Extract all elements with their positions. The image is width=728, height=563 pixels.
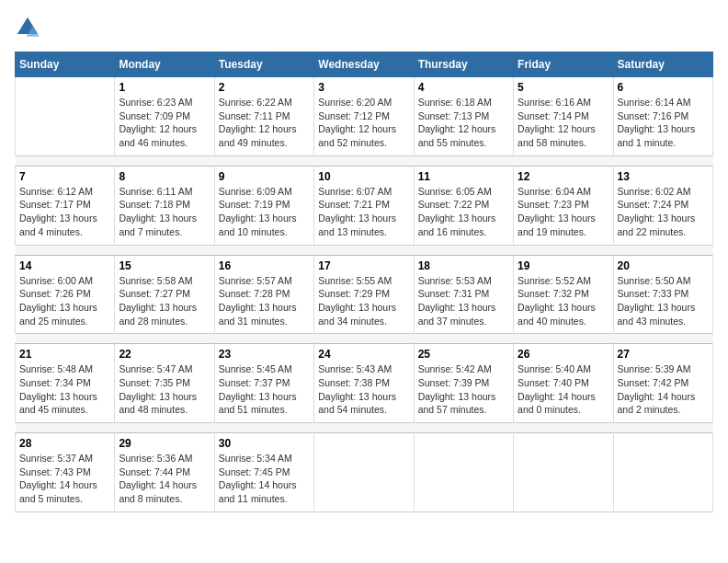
day-info: Sunrise: 5:55 AM Sunset: 7:29 PM Dayligh… xyxy=(318,274,409,328)
page-header xyxy=(15,15,713,40)
header-cell-thursday: Thursday xyxy=(414,52,513,77)
calendar-cell: 6Sunrise: 6:14 AM Sunset: 7:16 PM Daylig… xyxy=(613,77,712,156)
calendar-cell: 26Sunrise: 5:40 AM Sunset: 7:40 PM Dayli… xyxy=(514,344,613,423)
day-number: 21 xyxy=(19,348,110,361)
day-info: Sunrise: 5:53 AM Sunset: 7:31 PM Dayligh… xyxy=(418,274,509,328)
day-info: Sunrise: 5:40 AM Sunset: 7:40 PM Dayligh… xyxy=(518,362,609,417)
day-number: 18 xyxy=(418,259,509,272)
week-row: 7Sunrise: 6:12 AM Sunset: 7:17 PM Daylig… xyxy=(16,166,713,245)
day-number: 24 xyxy=(318,348,409,361)
day-number: 23 xyxy=(219,348,310,361)
day-info: Sunrise: 5:42 AM Sunset: 7:39 PM Dayligh… xyxy=(418,362,509,417)
day-number: 7 xyxy=(19,170,110,183)
calendar-cell: 14Sunrise: 6:00 AM Sunset: 7:26 PM Dayli… xyxy=(16,255,115,334)
day-info: Sunrise: 5:39 AM Sunset: 7:42 PM Dayligh… xyxy=(618,362,709,417)
day-info: Sunrise: 5:50 AM Sunset: 7:33 PM Dayligh… xyxy=(618,274,709,328)
day-number: 30 xyxy=(219,437,310,450)
calendar-cell: 3Sunrise: 6:20 AM Sunset: 7:12 PM Daylig… xyxy=(314,77,414,156)
day-info: Sunrise: 6:05 AM Sunset: 7:22 PM Dayligh… xyxy=(418,185,509,239)
day-info: Sunrise: 6:04 AM Sunset: 7:23 PM Dayligh… xyxy=(518,185,609,239)
calendar-cell: 12Sunrise: 6:04 AM Sunset: 7:23 PM Dayli… xyxy=(514,166,613,245)
day-number: 22 xyxy=(119,348,210,361)
calendar-cell: 1Sunrise: 6:23 AM Sunset: 7:09 PM Daylig… xyxy=(115,77,214,156)
calendar-cell: 19Sunrise: 5:52 AM Sunset: 7:32 PM Dayli… xyxy=(514,255,613,334)
day-info: Sunrise: 5:34 AM Sunset: 7:45 PM Dayligh… xyxy=(219,452,310,506)
calendar-cell: 27Sunrise: 5:39 AM Sunset: 7:42 PM Dayli… xyxy=(613,344,712,423)
day-info: Sunrise: 6:09 AM Sunset: 7:19 PM Dayligh… xyxy=(219,185,310,239)
day-info: Sunrise: 6:00 AM Sunset: 7:26 PM Dayligh… xyxy=(19,274,110,328)
day-number: 8 xyxy=(119,170,210,183)
calendar-cell: 20Sunrise: 5:50 AM Sunset: 7:33 PM Dayli… xyxy=(613,255,712,334)
day-info: Sunrise: 6:02 AM Sunset: 7:24 PM Dayligh… xyxy=(618,185,709,239)
calendar-cell: 8Sunrise: 6:11 AM Sunset: 7:18 PM Daylig… xyxy=(115,166,214,245)
day-number: 12 xyxy=(518,170,609,183)
header-cell-saturday: Saturday xyxy=(613,52,712,77)
day-number: 16 xyxy=(219,259,310,272)
calendar-cell: 13Sunrise: 6:02 AM Sunset: 7:24 PM Dayli… xyxy=(613,166,712,245)
day-info: Sunrise: 5:48 AM Sunset: 7:34 PM Dayligh… xyxy=(19,362,110,417)
day-number: 13 xyxy=(618,170,709,183)
day-number: 4 xyxy=(418,81,509,94)
day-info: Sunrise: 6:16 AM Sunset: 7:14 PM Dayligh… xyxy=(518,96,609,150)
calendar-cell: 18Sunrise: 5:53 AM Sunset: 7:31 PM Dayli… xyxy=(414,255,513,334)
calendar-cell: 17Sunrise: 5:55 AM Sunset: 7:29 PM Dayli… xyxy=(314,255,414,334)
day-info: Sunrise: 5:45 AM Sunset: 7:37 PM Dayligh… xyxy=(219,362,310,417)
header-cell-wednesday: Wednesday xyxy=(314,52,414,77)
calendar-cell xyxy=(514,433,613,512)
day-number: 11 xyxy=(418,170,509,183)
week-row: 1Sunrise: 6:23 AM Sunset: 7:09 PM Daylig… xyxy=(16,77,713,156)
calendar-cell: 22Sunrise: 5:47 AM Sunset: 7:35 PM Dayli… xyxy=(115,344,214,423)
calendar-cell xyxy=(414,433,513,512)
calendar-cell: 29Sunrise: 5:36 AM Sunset: 7:44 PM Dayli… xyxy=(115,433,214,512)
calendar-cell: 23Sunrise: 5:45 AM Sunset: 7:37 PM Dayli… xyxy=(214,344,313,423)
calendar-cell: 21Sunrise: 5:48 AM Sunset: 7:34 PM Dayli… xyxy=(16,344,115,423)
day-info: Sunrise: 5:43 AM Sunset: 7:38 PM Dayligh… xyxy=(318,362,409,417)
header-cell-friday: Friday xyxy=(514,52,613,77)
calendar-table: SundayMondayTuesdayWednesdayThursdayFrid… xyxy=(15,52,713,512)
calendar-cell: 15Sunrise: 5:58 AM Sunset: 7:27 PM Dayli… xyxy=(115,255,214,334)
day-number: 25 xyxy=(418,348,509,361)
week-row: 28Sunrise: 5:37 AM Sunset: 7:43 PM Dayli… xyxy=(16,433,713,512)
day-info: Sunrise: 6:20 AM Sunset: 7:12 PM Dayligh… xyxy=(318,96,409,150)
week-row: 14Sunrise: 6:00 AM Sunset: 7:26 PM Dayli… xyxy=(16,255,713,334)
header-cell-sunday: Sunday xyxy=(16,52,115,77)
day-info: Sunrise: 5:57 AM Sunset: 7:28 PM Dayligh… xyxy=(219,274,310,328)
calendar-cell: 2Sunrise: 6:22 AM Sunset: 7:11 PM Daylig… xyxy=(214,77,313,156)
day-number: 27 xyxy=(618,348,709,361)
day-info: Sunrise: 6:22 AM Sunset: 7:11 PM Dayligh… xyxy=(219,96,310,150)
day-number: 17 xyxy=(318,259,409,272)
calendar-cell: 11Sunrise: 6:05 AM Sunset: 7:22 PM Dayli… xyxy=(414,166,513,245)
calendar-body: 1Sunrise: 6:23 AM Sunset: 7:09 PM Daylig… xyxy=(16,77,713,512)
day-info: Sunrise: 5:58 AM Sunset: 7:27 PM Dayligh… xyxy=(119,274,210,328)
day-info: Sunrise: 6:07 AM Sunset: 7:21 PM Dayligh… xyxy=(318,185,409,239)
day-info: Sunrise: 6:12 AM Sunset: 7:17 PM Dayligh… xyxy=(19,185,110,239)
day-info: Sunrise: 5:47 AM Sunset: 7:35 PM Dayligh… xyxy=(119,362,210,417)
day-info: Sunrise: 5:52 AM Sunset: 7:32 PM Dayligh… xyxy=(518,274,609,328)
day-number: 29 xyxy=(119,437,210,450)
calendar-cell: 25Sunrise: 5:42 AM Sunset: 7:39 PM Dayli… xyxy=(414,344,513,423)
day-number: 15 xyxy=(119,259,210,272)
calendar-cell xyxy=(16,77,115,156)
calendar-header: SundayMondayTuesdayWednesdayThursdayFrid… xyxy=(16,52,713,77)
day-number: 1 xyxy=(119,81,210,94)
calendar-cell: 30Sunrise: 5:34 AM Sunset: 7:45 PM Dayli… xyxy=(214,433,313,512)
day-info: Sunrise: 6:14 AM Sunset: 7:16 PM Dayligh… xyxy=(618,96,709,150)
calendar-cell xyxy=(613,433,712,512)
week-separator xyxy=(16,245,713,255)
header-row: SundayMondayTuesdayWednesdayThursdayFrid… xyxy=(16,52,713,77)
day-info: Sunrise: 5:37 AM Sunset: 7:43 PM Dayligh… xyxy=(19,452,110,506)
day-number: 5 xyxy=(518,81,609,94)
calendar-cell: 24Sunrise: 5:43 AM Sunset: 7:38 PM Dayli… xyxy=(314,344,414,423)
calendar-cell xyxy=(314,433,414,512)
day-number: 20 xyxy=(618,259,709,272)
logo-icon xyxy=(15,15,40,40)
calendar-cell: 5Sunrise: 6:16 AM Sunset: 7:14 PM Daylig… xyxy=(514,77,613,156)
calendar-cell: 16Sunrise: 5:57 AM Sunset: 7:28 PM Dayli… xyxy=(214,255,313,334)
day-number: 26 xyxy=(518,348,609,361)
day-number: 19 xyxy=(518,259,609,272)
day-number: 3 xyxy=(318,81,409,94)
logo xyxy=(15,15,44,40)
day-info: Sunrise: 6:23 AM Sunset: 7:09 PM Dayligh… xyxy=(119,96,210,150)
day-number: 2 xyxy=(219,81,310,94)
calendar-cell: 9Sunrise: 6:09 AM Sunset: 7:19 PM Daylig… xyxy=(214,166,313,245)
